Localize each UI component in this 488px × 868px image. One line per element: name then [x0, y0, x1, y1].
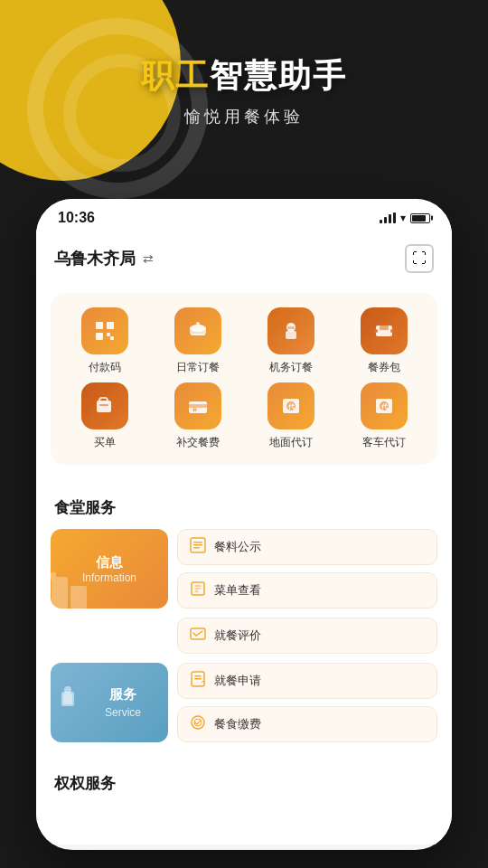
hero-title-part2: 智慧助手	[210, 57, 347, 94]
grid-item-ground[interactable]: 代 地面代订	[250, 382, 332, 450]
meal-apply-button[interactable]: 就餐申请	[177, 663, 437, 699]
service-card-title: 服务	[109, 686, 136, 702]
buy-icon	[92, 393, 117, 419]
grid-row-2: 买单 补 补交餐费	[58, 382, 430, 450]
svg-rect-4	[110, 336, 114, 340]
status-icons: ▾	[380, 212, 430, 224]
buy-icon-wrap	[81, 382, 128, 429]
grid-item-coupon[interactable]: 餐券包	[343, 307, 425, 375]
app-header-left: 乌鲁木齐局 ⇄	[54, 248, 154, 269]
hero-subtitle: 愉悦用餐体验	[27, 106, 461, 127]
svg-rect-0	[96, 322, 103, 329]
service-card[interactable]: 服务 Service	[51, 663, 168, 742]
bus-icon-wrap: 代	[361, 382, 408, 429]
svg-text:补: 补	[192, 407, 198, 412]
svg-rect-33	[193, 547, 200, 549]
bus-label: 客车代订	[362, 435, 406, 450]
header-dropdown-icon[interactable]: ⇄	[143, 251, 154, 266]
pay-icon-wrap	[81, 307, 128, 354]
app-header: 乌鲁木齐局 ⇄ ⛶	[36, 233, 452, 284]
svg-rect-40	[194, 678, 202, 680]
menu-view-icon	[189, 580, 207, 602]
repay-icon: 补	[185, 393, 211, 419]
svg-rect-39	[194, 675, 202, 677]
menu-view-label: 菜单查看	[214, 582, 261, 599]
grid-item-daily[interactable]: 日常订餐	[157, 307, 239, 375]
meal-pay-button[interactable]: 餐食缴费	[177, 706, 437, 742]
menu-display-button[interactable]: 餐料公示	[177, 529, 437, 565]
canteen-section-title: 食堂服务	[54, 499, 116, 516]
svg-rect-11	[287, 326, 295, 329]
app-content[interactable]: 乌鲁木齐局 ⇄ ⛶	[36, 233, 452, 844]
app-header-title: 乌鲁木齐局	[54, 248, 136, 269]
svg-rect-2	[96, 333, 103, 340]
meal-review-button[interactable]: 就餐评价	[177, 618, 437, 654]
svg-rect-7	[191, 334, 205, 335]
flight-icon-wrap	[267, 307, 314, 354]
flight-label: 机务订餐	[269, 360, 313, 375]
svg-text:代: 代	[287, 403, 296, 410]
meal-review-label: 就餐评价	[214, 627, 261, 644]
svg-rect-29	[51, 572, 56, 580]
buy-label: 买单	[94, 435, 116, 450]
svg-rect-13	[380, 326, 389, 330]
scan-button[interactable]: ⛶	[405, 244, 434, 273]
repay-icon-wrap: 补	[174, 382, 221, 429]
menu-display-label: 餐料公示	[214, 539, 261, 555]
status-time: 10:36	[58, 210, 95, 226]
hero-title: 职工智慧助手	[27, 54, 461, 99]
svg-point-15	[390, 329, 394, 333]
canteen-row-1: 信息 Information 餐料公示	[51, 529, 437, 609]
svg-rect-27	[52, 577, 68, 609]
canteen-row-2: 就餐评价	[177, 618, 437, 654]
ground-icon: 代	[278, 393, 304, 419]
phone-mockup: 10:36 ▾ 乌鲁木齐局 ⇄ ⛶	[36, 199, 452, 850]
grid-item-buy[interactable]: 买单	[64, 382, 145, 450]
grid-item-flight[interactable]: 机务订餐	[250, 307, 332, 375]
wifi-icon: ▾	[400, 212, 406, 224]
svg-rect-31	[193, 542, 202, 543]
canteen-buttons-col-3: 就餐申请 餐食缴费	[177, 663, 437, 742]
canteen-section-title-area: 食堂服务	[36, 483, 452, 529]
status-bar: 10:36 ▾	[36, 199, 452, 233]
svg-rect-19	[189, 404, 207, 408]
hero-section: 职工智慧助手 愉悦用餐体验	[0, 0, 488, 155]
canteen-row-3: 服务 Service 就	[51, 663, 437, 742]
coupon-icon-wrap	[361, 307, 408, 354]
svg-rect-1	[107, 322, 114, 329]
scan-icon: ⛶	[412, 250, 427, 267]
grid-item-bus[interactable]: 代 客车代订	[343, 382, 425, 450]
bottom-section-title: 权权服务	[54, 775, 116, 792]
svg-rect-28	[70, 586, 87, 609]
svg-rect-8	[196, 322, 200, 326]
meal-apply-label: 就餐申请	[214, 673, 261, 689]
service-icon	[58, 683, 94, 719]
svg-rect-3	[107, 333, 110, 336]
daily-icon-wrap	[174, 307, 221, 354]
battery-icon	[410, 213, 430, 223]
pay-label: 付款码	[89, 360, 121, 375]
canteen-buttons-col-1: 餐料公示 菜单查看	[177, 529, 437, 609]
svg-rect-17	[99, 404, 108, 406]
pay-icon	[92, 318, 117, 344]
meal-apply-icon	[189, 670, 207, 693]
canteen-service-section: 信息 Information 餐料公示	[36, 529, 452, 766]
meal-review-icon	[189, 625, 207, 647]
ground-icon-wrap: 代	[267, 382, 314, 429]
signal-icon	[380, 212, 396, 223]
menu-view-button[interactable]: 菜单查看	[177, 572, 437, 609]
svg-rect-36	[63, 693, 72, 704]
daily-label: 日常订餐	[176, 360, 220, 375]
hero-title-part1: 职工	[141, 57, 210, 94]
coupon-icon	[371, 318, 397, 344]
grid-item-pay[interactable]: 付款码	[64, 307, 145, 375]
canteen-info-card[interactable]: 信息 Information	[51, 529, 168, 609]
daily-icon	[185, 318, 211, 344]
svg-point-14	[374, 329, 378, 333]
grid-row-1: 付款码 日常订餐	[58, 307, 430, 375]
grid-container: 付款码 日常订餐	[51, 293, 437, 465]
grid-item-repay[interactable]: 补 补交餐费	[157, 382, 239, 450]
meal-pay-icon	[189, 713, 207, 736]
svg-point-41	[192, 716, 204, 729]
quick-access-grid: 付款码 日常订餐	[36, 284, 452, 483]
